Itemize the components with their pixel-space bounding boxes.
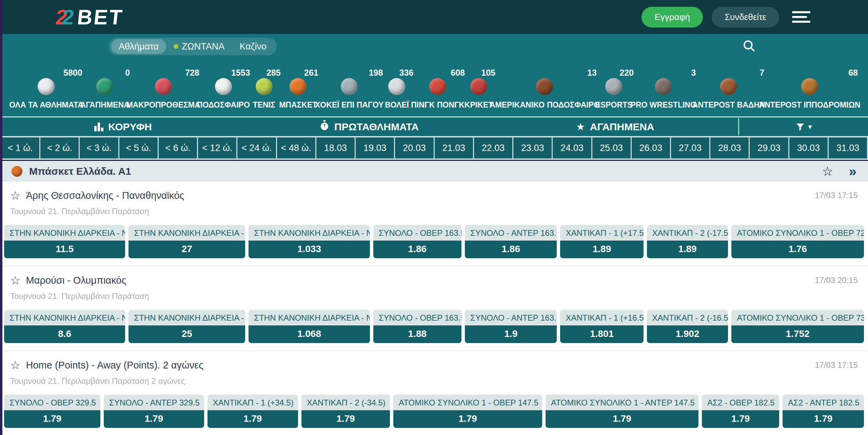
sport-item[interactable]: 336 ΒΟΛΕΪ xyxy=(381,68,412,110)
time-filter-chip[interactable]: 21.03 xyxy=(435,137,473,158)
odds-label: ΑΤΟΜΙΚΟ ΣΥΝΟΛΙΚΟ 1 - ΟΒΕΡ 73.5 xyxy=(731,310,864,325)
odds-row: ΣΤΗΝ ΚΑΝΟΝΙΚΗ ΔΙΑΡΚΕΙΑ - Ν1 11.5 ΣΤΗΝ ΚΑ… xyxy=(4,225,864,258)
tab-sports[interactable]: Αθλήματα xyxy=(111,39,166,54)
match-title[interactable]: Home (Points) - Away (Points). 2 αγώνες xyxy=(26,360,203,371)
register-button[interactable]: Εγγραφή xyxy=(642,7,703,27)
sport-count: 198 xyxy=(369,68,383,78)
league-header: Μπάσκετ Ελλάδα. Α1 ☆ » xyxy=(0,160,868,182)
sport-label: ANTEPOST ΒΑΔΗΝ xyxy=(692,100,765,110)
sport-item[interactable]: 68 ANTEPOST ΙΠΠΟΔΡΟΜΙΩΝ xyxy=(763,68,856,110)
tab-live[interactable]: ΖΩΝΤΑΝΑ xyxy=(166,39,232,54)
filter-button[interactable]: ▾ xyxy=(739,117,868,136)
match-title[interactable]: Άρης Θεσσαλονίκης - Παναθηναϊκός xyxy=(26,190,184,201)
sport-item[interactable]: 198 ΧΟΚΕΪ ΕΠΙ ΠΑΓΟΥ xyxy=(317,68,382,110)
odds-cell[interactable]: ΧΑΝΤΙΚΑΠ - 2 (-34.5) 1.79 xyxy=(301,395,390,428)
time-filter-chip[interactable]: 31.03 xyxy=(829,137,867,158)
time-filter-chip[interactable]: 27.03 xyxy=(671,137,709,158)
time-filter-chip[interactable]: 20.03 xyxy=(395,137,433,158)
odds-cell[interactable]: ΣΤΗΝ ΚΑΝΟΝΙΚΗ ΔΙΑΡΚΕΙΑ - Χ 27 xyxy=(129,225,245,258)
match-favourite-star-icon[interactable]: ☆ xyxy=(10,359,20,371)
odds-cell[interactable]: ΣΤΗΝ ΚΑΝΟΝΙΚΗ ΔΙΑΡΚΕΙΑ - Ν1 11.5 xyxy=(4,225,125,258)
odds-cell[interactable]: ΑΣ2 - ΟΒΕΡ 182.5 1.79 xyxy=(702,395,779,428)
time-filter-chip[interactable]: < 5 ώ. xyxy=(119,137,158,158)
odds-cell[interactable]: ΣΤΗΝ ΚΑΝΟΝΙΚΗ ΔΙΑΡΚΕΙΑ - Ν2 1.068 xyxy=(249,310,370,343)
time-filter-chip[interactable]: 30.03 xyxy=(789,137,828,158)
odds-cell[interactable]: ΣΥΝΟΛΟ - ΑΝΤΕΡ 163.5 1.86 xyxy=(465,225,557,258)
match-title[interactable]: Μαρούσι - Ολυμπιακός xyxy=(26,275,126,286)
sport-item[interactable]: 608 ΠΙΝΓΚ ΠΟΝΓΚ xyxy=(412,68,463,110)
tab-championships[interactable]: ΠΡΩΤΑΘΛΗΜΑΤΑ xyxy=(246,117,492,136)
sport-label: ΧΟΚΕΪ ΕΠΙ ΠΑΓΟΥ xyxy=(315,100,383,110)
time-filter-chip[interactable]: < 48 ώ. xyxy=(277,137,315,158)
time-filter-chip[interactable]: 19.03 xyxy=(356,137,394,158)
menu-icon[interactable] xyxy=(792,11,810,23)
time-filter-chip[interactable]: 28.03 xyxy=(710,137,749,158)
match-favourite-star-icon[interactable]: ☆ xyxy=(10,190,20,201)
sport-item[interactable]: 220 ESPORTS xyxy=(595,68,632,110)
league-favourite-star-icon[interactable]: ☆ xyxy=(822,165,833,178)
time-filter-chip[interactable]: 26.03 xyxy=(632,137,670,158)
live-dot-icon xyxy=(174,44,178,49)
sport-item[interactable]: 1553 ΠΟΔΟΣΦΑΙΡΟ xyxy=(198,68,249,110)
time-filter-chip[interactable]: 25.03 xyxy=(592,137,631,158)
tab-top[interactable]: ΚΟΡΥΦΗ xyxy=(0,117,246,136)
sport-item[interactable]: 7 ANTEPOST ΒΑΔΗΝ xyxy=(695,68,763,110)
sport-label: ΒΟΛΕΪ xyxy=(385,100,409,110)
time-filter-chip[interactable]: 24.03 xyxy=(553,137,591,158)
odds-cell[interactable]: ΣΥΝΟΛΟ - ΟΒΕΡ 163.5 1.88 xyxy=(373,310,461,343)
time-filter-chip[interactable]: < 1 ώ. xyxy=(1,137,39,158)
tab-casino[interactable]: Καζίνο xyxy=(232,39,274,54)
sport-count: 105 xyxy=(481,68,495,78)
odds-label: ΧΑΝΤΙΚΑΠ - 2 (-16.5) xyxy=(647,310,728,325)
match-favourite-star-icon[interactable]: ☆ xyxy=(10,275,20,286)
sport-item[interactable]: 728 ΜΑΚΡΟΠΡΟΘΕΣΜΑ xyxy=(129,68,198,110)
match-row: ☆ Άρης Θεσσαλονίκης - Παναθηναϊκός 17/03… xyxy=(0,182,868,266)
time-filter-chip[interactable]: < 3 ώ. xyxy=(80,137,118,158)
odds-cell[interactable]: ΑΤΟΜΙΚΟ ΣΥΝΟΛΙΚΟ 1 - ΟΒΕΡ 72.5 1.76 xyxy=(731,225,864,258)
logo-22bet[interactable]: 22 BET xyxy=(56,5,123,29)
sport-item[interactable]: 3 PRO WRESTLING xyxy=(632,68,695,110)
sport-item[interactable]: 5800 ΟΛΑ ΤΑ ΑΘΛΗΜΑΤΑ xyxy=(12,68,81,110)
sport-label: ΑΓΑΠΗΜΕΝΑ xyxy=(80,100,129,110)
odds-cell[interactable]: ΣΤΗΝ ΚΑΝΟΝΙΚΗ ΔΙΑΡΚΕΙΑ - Χ 25 xyxy=(129,310,245,343)
odds-cell[interactable]: ΧΑΝΤΙΚΑΠ - 1 (+34.5) 1.79 xyxy=(208,395,298,428)
odds-cell[interactable]: ΣΥΝΟΛΟ - ΟΒΕΡ 163.5 1.86 xyxy=(373,225,461,258)
sport-item[interactable]: 0 ΑΓΑΠΗΜΕΝΑ xyxy=(81,68,129,110)
odds-label: ΣΥΝΟΛΟ - ΟΒΕΡ 163.5 xyxy=(373,225,461,241)
odds-cell[interactable]: ΑΤΟΜΙΚΟ ΣΥΝΟΛΙΚΟ 1 - ΟΒΕΡ 73.5 1.752 xyxy=(731,310,864,343)
odds-cell[interactable]: ΣΥΝΟΛΟ - ΟΒΕΡ 329.5 1.79 xyxy=(4,395,100,428)
odds-label: ΣΤΗΝ ΚΑΝΟΝΙΚΗ ΔΙΑΡΚΕΙΑ - Ν1 xyxy=(4,310,125,325)
time-filter-chip[interactable]: < 24 ώ. xyxy=(237,137,276,158)
sport-item[interactable]: 13 ΑΜΕΡΙΚΑΝΙΚΟ ΠΟΔΟΣΦΑΙΡΟ xyxy=(494,68,595,110)
time-filter-chip[interactable]: 22.03 xyxy=(474,137,512,158)
sport-item[interactable]: 261 ΜΠΑΣΚΕΤ xyxy=(279,68,317,110)
sport-count: 5800 xyxy=(63,68,82,78)
tab-favourites[interactable]: ★ ΑΓΑΠΗΜΕΝΑ xyxy=(492,117,738,136)
odds-cell[interactable]: ΑΤΟΜΙΚΟ ΣΥΝΟΛΙΚΟ 1 - ΑΝΤΕΡ 147.5 1.79 xyxy=(546,395,698,428)
odds-cell[interactable]: ΣΥΝΟΛΟ - ΑΝΤΕΡ 329.5 1.79 xyxy=(104,395,204,428)
odds-value: 1.86 xyxy=(373,241,461,258)
odds-cell[interactable]: ΣΤΗΝ ΚΑΝΟΝΙΚΗ ΔΙΑΡΚΕΙΑ - Ν2 1.033 xyxy=(249,225,370,258)
odds-cell[interactable]: ΧΑΝΤΙΚΑΠ - 2 (-16.5) 1.902 xyxy=(647,310,728,343)
odds-cell[interactable]: ΧΑΝΤΙΚΑΠ - 1 (+16.5) 1.801 xyxy=(560,310,643,343)
time-filter-chip[interactable]: < 2 ώ. xyxy=(40,137,79,158)
odds-cell[interactable]: ΧΑΝΤΙΚΑΠ - 2 (-17.5) 1.89 xyxy=(647,225,728,258)
time-filter-chip[interactable]: 29.03 xyxy=(750,137,788,158)
odds-cell[interactable]: ΑΣ2 - ΑΝΤΕΡ 182.5 1.79 xyxy=(783,395,864,428)
sport-label: PRO WRESTLING xyxy=(631,100,696,110)
match-row: ☆ Μαρούσι - Ολυμπιακός 17/03 20:15 Τουρν… xyxy=(0,266,868,351)
sport-item[interactable]: 285 ΤΕΝΙΣ xyxy=(249,68,279,110)
time-filter-chip[interactable]: 23.03 xyxy=(513,137,552,158)
league-expand-icon[interactable]: » xyxy=(849,165,856,178)
login-button[interactable]: Συνδεθείτε xyxy=(712,7,779,27)
odds-cell[interactable]: ΧΑΝΤΙΚΑΠ - 1 (+17.5) 1.89 xyxy=(560,225,643,258)
time-filter-chip[interactable]: < 6 ώ. xyxy=(159,137,197,158)
odds-value: 1.033 xyxy=(249,241,370,258)
odds-cell[interactable]: ΑΤΟΜΙΚΟ ΣΥΝΟΛΙΚΟ 1 - ΟΒΕΡ 147.5 1.79 xyxy=(393,395,542,428)
search-icon[interactable] xyxy=(742,39,756,54)
odds-label: ΣΤΗΝ ΚΑΝΟΝΙΚΗ ΔΙΑΡΚΕΙΑ - Χ xyxy=(129,225,245,241)
time-filter-chip[interactable]: 18.03 xyxy=(316,137,355,158)
odds-cell[interactable]: ΣΥΝΟΛΟ - ΑΝΤΕΡ 163.5 1.9 xyxy=(465,310,557,343)
odds-cell[interactable]: ΣΤΗΝ ΚΑΝΟΝΙΚΗ ΔΙΑΡΚΕΙΑ - Ν1 8.6 xyxy=(4,310,125,343)
time-filter-chip[interactable]: < 12 ώ. xyxy=(198,137,236,158)
